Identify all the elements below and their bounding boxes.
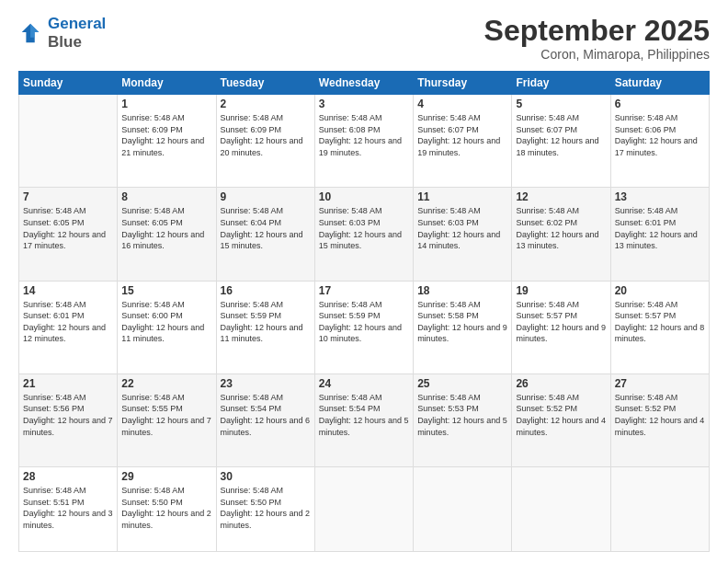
calendar-cell: 18Sunrise: 5:48 AMSunset: 5:58 PMDayligh…	[414, 281, 512, 373]
day-info: Sunrise: 5:48 AMSunset: 5:59 PMDaylight:…	[319, 299, 409, 345]
calendar-cell: 12Sunrise: 5:48 AMSunset: 6:02 PMDayligh…	[512, 188, 610, 281]
calendar-cell: 4Sunrise: 5:48 AMSunset: 6:07 PMDaylight…	[414, 95, 512, 188]
day-number: 14	[23, 284, 113, 297]
calendar-cell	[314, 466, 413, 551]
day-info: Sunrise: 5:48 AMSunset: 5:54 PMDaylight:…	[221, 392, 311, 438]
calendar-cell: 30Sunrise: 5:48 AMSunset: 5:50 PMDayligh…	[216, 466, 314, 551]
calendar-day-header: Wednesday	[314, 72, 413, 95]
calendar-cell: 28Sunrise: 5:48 AMSunset: 5:51 PMDayligh…	[19, 466, 118, 551]
calendar-cell: 3Sunrise: 5:48 AMSunset: 6:08 PMDaylight…	[314, 95, 413, 188]
day-number: 20	[615, 284, 705, 297]
calendar-cell: 8Sunrise: 5:48 AMSunset: 6:05 PMDaylight…	[118, 188, 216, 281]
day-number: 17	[319, 284, 409, 297]
day-info: Sunrise: 5:48 AMSunset: 6:01 PMDaylight:…	[23, 299, 113, 345]
logo-icon	[18, 20, 44, 46]
day-number: 13	[615, 190, 705, 203]
day-number: 21	[23, 377, 113, 390]
day-info: Sunrise: 5:48 AMSunset: 6:06 PMDaylight:…	[615, 112, 705, 158]
calendar-day-header: Sunday	[19, 72, 118, 95]
day-number: 27	[615, 377, 705, 390]
day-info: Sunrise: 5:48 AMSunset: 5:52 PMDaylight:…	[615, 392, 705, 438]
calendar-cell	[512, 466, 610, 551]
calendar-cell: 6Sunrise: 5:48 AMSunset: 6:06 PMDaylight…	[610, 95, 709, 188]
logo: General Blue	[18, 15, 106, 52]
day-info: Sunrise: 5:48 AMSunset: 5:54 PMDaylight:…	[319, 392, 409, 438]
day-number: 4	[417, 98, 507, 110]
logo-text: General Blue	[48, 15, 106, 52]
day-number: 2	[221, 98, 311, 110]
calendar-cell: 16Sunrise: 5:48 AMSunset: 5:59 PMDayligh…	[216, 281, 314, 373]
day-number: 9	[221, 190, 311, 203]
day-info: Sunrise: 5:48 AMSunset: 5:53 PMDaylight:…	[417, 392, 507, 438]
page: General Blue September 2025 Coron, Mimar…	[0, 0, 728, 563]
day-info: Sunrise: 5:48 AMSunset: 5:56 PMDaylight:…	[23, 392, 113, 438]
day-number: 22	[121, 377, 211, 390]
page-subtitle: Coron, Mimaropa, Philippines	[484, 47, 710, 62]
svg-marker-0	[22, 24, 40, 43]
day-number: 12	[516, 190, 606, 203]
day-number: 26	[516, 377, 606, 390]
day-info: Sunrise: 5:48 AMSunset: 5:57 PMDaylight:…	[615, 299, 705, 345]
day-info: Sunrise: 5:48 AMSunset: 5:50 PMDaylight:…	[221, 485, 311, 531]
day-info: Sunrise: 5:48 AMSunset: 6:09 PMDaylight:…	[221, 112, 311, 158]
calendar-cell: 29Sunrise: 5:48 AMSunset: 5:50 PMDayligh…	[118, 466, 216, 551]
day-number: 29	[121, 470, 211, 483]
title-block: September 2025 Coron, Mimaropa, Philippi…	[484, 15, 710, 62]
day-number: 19	[516, 284, 606, 297]
day-number: 1	[121, 98, 211, 110]
calendar-cell	[19, 95, 118, 188]
day-info: Sunrise: 5:48 AMSunset: 6:05 PMDaylight:…	[23, 205, 113, 251]
day-number: 23	[221, 377, 311, 390]
day-info: Sunrise: 5:48 AMSunset: 6:07 PMDaylight:…	[516, 112, 606, 158]
day-number: 5	[516, 98, 606, 110]
day-info: Sunrise: 5:48 AMSunset: 6:01 PMDaylight:…	[615, 205, 705, 251]
day-info: Sunrise: 5:48 AMSunset: 6:02 PMDaylight:…	[516, 205, 606, 251]
calendar-header-row: SundayMondayTuesdayWednesdayThursdayFrid…	[19, 72, 710, 95]
calendar-week-row: 1Sunrise: 5:48 AMSunset: 6:09 PMDaylight…	[19, 95, 710, 188]
day-info: Sunrise: 5:48 AMSunset: 5:52 PMDaylight:…	[516, 392, 606, 438]
day-info: Sunrise: 5:48 AMSunset: 6:03 PMDaylight:…	[417, 205, 507, 251]
day-number: 8	[121, 190, 211, 203]
calendar-week-row: 14Sunrise: 5:48 AMSunset: 6:01 PMDayligh…	[19, 281, 710, 373]
calendar-day-header: Monday	[118, 72, 216, 95]
calendar-cell: 2Sunrise: 5:48 AMSunset: 6:09 PMDaylight…	[216, 95, 314, 188]
calendar-week-row: 28Sunrise: 5:48 AMSunset: 5:51 PMDayligh…	[19, 466, 710, 551]
svg-marker-1	[30, 24, 39, 38]
day-info: Sunrise: 5:48 AMSunset: 6:03 PMDaylight:…	[319, 205, 409, 251]
calendar-day-header: Saturday	[610, 72, 709, 95]
calendar-cell: 26Sunrise: 5:48 AMSunset: 5:52 PMDayligh…	[512, 373, 610, 466]
day-number: 10	[319, 190, 409, 203]
calendar-week-row: 7Sunrise: 5:48 AMSunset: 6:05 PMDaylight…	[19, 188, 710, 281]
calendar-cell: 19Sunrise: 5:48 AMSunset: 5:57 PMDayligh…	[512, 281, 610, 373]
day-info: Sunrise: 5:48 AMSunset: 5:59 PMDaylight:…	[221, 299, 311, 345]
day-number: 25	[417, 377, 507, 390]
day-number: 7	[23, 190, 113, 203]
calendar-cell: 23Sunrise: 5:48 AMSunset: 5:54 PMDayligh…	[216, 373, 314, 466]
day-number: 11	[417, 190, 507, 203]
day-info: Sunrise: 5:48 AMSunset: 5:57 PMDaylight:…	[516, 299, 606, 345]
calendar-cell	[414, 466, 512, 551]
calendar-day-header: Tuesday	[216, 72, 314, 95]
calendar-cell: 14Sunrise: 5:48 AMSunset: 6:01 PMDayligh…	[19, 281, 118, 373]
calendar-cell: 5Sunrise: 5:48 AMSunset: 6:07 PMDaylight…	[512, 95, 610, 188]
day-info: Sunrise: 5:48 AMSunset: 6:00 PMDaylight:…	[121, 299, 211, 345]
day-info: Sunrise: 5:48 AMSunset: 5:58 PMDaylight:…	[417, 299, 507, 345]
calendar-cell: 11Sunrise: 5:48 AMSunset: 6:03 PMDayligh…	[414, 188, 512, 281]
calendar-cell: 20Sunrise: 5:48 AMSunset: 5:57 PMDayligh…	[610, 281, 709, 373]
day-number: 3	[319, 98, 409, 110]
header: General Blue September 2025 Coron, Mimar…	[18, 15, 710, 62]
calendar-cell: 15Sunrise: 5:48 AMSunset: 6:00 PMDayligh…	[118, 281, 216, 373]
calendar-table: SundayMondayTuesdayWednesdayThursdayFrid…	[18, 71, 710, 552]
day-info: Sunrise: 5:48 AMSunset: 5:50 PMDaylight:…	[121, 485, 211, 531]
calendar-cell: 13Sunrise: 5:48 AMSunset: 6:01 PMDayligh…	[610, 188, 709, 281]
day-info: Sunrise: 5:48 AMSunset: 5:51 PMDaylight:…	[23, 485, 113, 531]
calendar-cell: 10Sunrise: 5:48 AMSunset: 6:03 PMDayligh…	[314, 188, 413, 281]
day-number: 24	[319, 377, 409, 390]
day-info: Sunrise: 5:48 AMSunset: 6:09 PMDaylight:…	[121, 112, 211, 158]
calendar-cell: 27Sunrise: 5:48 AMSunset: 5:52 PMDayligh…	[610, 373, 709, 466]
calendar-week-row: 21Sunrise: 5:48 AMSunset: 5:56 PMDayligh…	[19, 373, 710, 466]
calendar-day-header: Friday	[512, 72, 610, 95]
day-info: Sunrise: 5:48 AMSunset: 5:55 PMDaylight:…	[121, 392, 211, 438]
day-number: 6	[615, 98, 705, 110]
day-number: 30	[221, 470, 311, 483]
